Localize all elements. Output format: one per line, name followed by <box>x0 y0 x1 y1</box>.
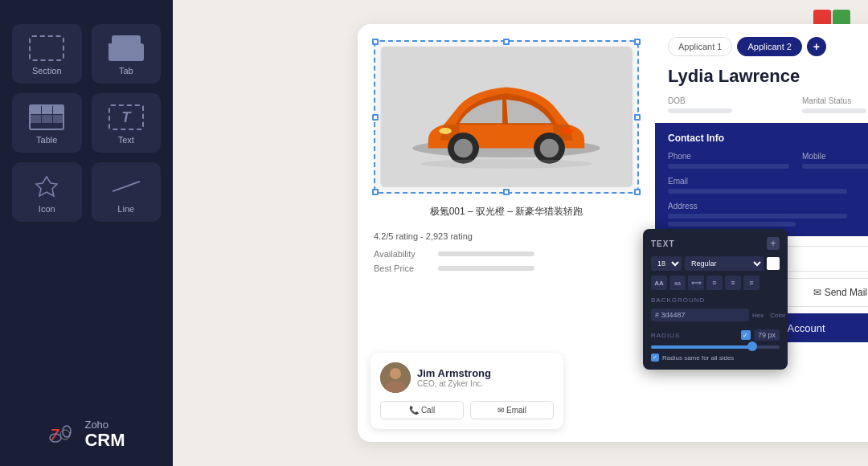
format-align-left-btn[interactable]: ≡ <box>706 276 723 290</box>
logo-text: Zoho CRM <box>84 419 125 450</box>
sidebar-item-section[interactable]: Section <box>12 24 82 84</box>
marital-status-field: Marital Status <box>802 96 868 113</box>
mobile-bar <box>802 164 868 169</box>
contact-name: Jim Armstrong <box>417 367 491 379</box>
format-aa-small-btn[interactable]: aa <box>669 276 686 290</box>
radius-same-checkbox[interactable]: ✓ <box>651 354 659 362</box>
sidebar-item-tab[interactable]: Tab <box>92 24 162 84</box>
sidebar-item-line[interactable]: Line <box>92 162 162 222</box>
email-full-label: Email <box>668 177 868 186</box>
radius-checkbox-row: ✓ Radius same for all sides <box>651 354 780 362</box>
font-size-select[interactable]: 18 px <box>651 256 682 271</box>
bg-section-label: BACKGROUND <box>651 296 780 304</box>
color-swatch[interactable] <box>767 257 780 270</box>
applicant-tabs: Applicant 1 Applicant 2 + <box>655 24 868 63</box>
phone-icon: 📞 <box>409 406 419 415</box>
marital-status-label: Marital Status <box>802 96 868 105</box>
call-button[interactable]: 📞 Call <box>380 401 464 419</box>
format-align-center-btn[interactable]: ≡ <box>725 276 741 290</box>
font-style-select[interactable]: Regular Bold Italic <box>685 256 764 271</box>
color-label: Color <box>770 312 785 319</box>
mobile-field: Mobile <box>802 152 868 169</box>
bg-hex-input[interactable] <box>651 309 749 321</box>
handle-tc[interactable] <box>503 39 510 45</box>
radius-slider-fill <box>651 345 752 349</box>
contact-card: Jim Armstrong CEO, at Zyker Inc. 📞 Call … <box>371 353 563 429</box>
sidebar-item-label: Text <box>118 135 134 145</box>
contact-fields-grid: Phone Mobile <box>668 152 868 169</box>
contact-info: Jim Armstrong CEO, at Zyker Inc. <box>417 367 491 388</box>
sidebar-item-label: Icon <box>39 204 55 214</box>
availability-bar <box>438 251 534 256</box>
svg-point-11 <box>420 159 592 169</box>
add-icon: + <box>770 238 776 249</box>
availability-label: Availability <box>374 249 438 259</box>
sidebar-item-label: Tab <box>119 66 133 76</box>
applicant-tab-2[interactable]: Applicant 2 <box>737 37 801 56</box>
svg-point-9 <box>439 128 452 134</box>
image-selection-box[interactable] <box>374 40 639 194</box>
svg-point-15 <box>391 369 400 378</box>
format-strikethrough-btn[interactable]: ⟺ <box>688 276 704 290</box>
crm-label: CRM <box>84 431 125 450</box>
sidebar-item-table[interactable]: Table <box>12 93 82 153</box>
handle-bl[interactable] <box>372 189 379 195</box>
font-size-row: 18 px Regular Bold Italic <box>651 256 780 271</box>
car-image <box>380 47 633 187</box>
radius-row: RADIUS ✓ 79 px <box>651 329 780 341</box>
mobile-label: Mobile <box>802 152 868 161</box>
popup-header: TEXT + <box>651 237 780 250</box>
dob-field: DOB <box>668 96 789 113</box>
rating-text: 4.2/5 rating - 2,923 rating <box>374 231 639 241</box>
table-icon <box>29 104 64 130</box>
handle-tr[interactable] <box>634 39 641 45</box>
radius-checkbox-checked[interactable]: ✓ <box>741 330 751 340</box>
format-row: AA aa ⟺ ≡ ≡ ≡ <box>651 276 780 290</box>
radius-slider-track[interactable] <box>651 345 780 349</box>
email-button[interactable]: ✉ Email <box>470 401 554 419</box>
sidebar-logo: Zoho CRM <box>47 419 125 450</box>
best-price-bar <box>438 266 534 271</box>
zoho-label: Zoho <box>84 419 125 431</box>
text-editor-popup: TEXT + 18 px Regular Bold Italic AA aa <box>643 229 788 370</box>
email-full-field: Email <box>668 177 868 194</box>
sidebar-item-icon[interactable]: Icon <box>12 162 82 222</box>
applicant-tab-1[interactable]: Applicant 1 <box>668 37 732 56</box>
address-label: Address <box>668 202 868 211</box>
call-label: Call <box>421 406 435 415</box>
best-price-label: Best Price <box>374 264 438 273</box>
email-icon: ✉ <box>497 406 504 415</box>
svg-marker-0 <box>36 177 57 196</box>
bg-row: Hex Color <box>651 307 780 323</box>
handle-bc[interactable] <box>503 189 510 195</box>
format-align-right-btn[interactable]: ≡ <box>743 276 760 290</box>
address-full-field: Address <box>668 202 868 227</box>
format-aa-btn[interactable]: AA <box>651 276 667 290</box>
radius-label: RADIUS <box>651 332 680 339</box>
contact-actions: 📞 Call ✉ Email <box>380 401 554 419</box>
icon-icon <box>29 174 64 199</box>
dob-bar <box>668 108 732 113</box>
contact-title: CEO, at Zyker Inc. <box>417 379 491 388</box>
sidebar: Section Tab Table T Text <box>0 0 173 466</box>
zoho-crm-icon <box>47 420 76 449</box>
handle-mr[interactable] <box>634 114 641 121</box>
handle-br[interactable] <box>634 189 641 195</box>
address-bar-2 <box>668 222 796 227</box>
add-tab-button[interactable]: + <box>807 37 826 56</box>
avatar <box>380 362 411 393</box>
sidebar-item-label: Section <box>32 66 62 76</box>
popup-add-button[interactable]: + <box>767 237 780 250</box>
dob-label: DOB <box>668 96 789 105</box>
sidebar-item-text[interactable]: T Text <box>92 93 162 153</box>
radius-slider-thumb[interactable] <box>747 341 757 351</box>
handle-ml[interactable] <box>372 114 379 121</box>
svg-point-8 <box>540 139 559 157</box>
content-card: 极氪001 – 驭光橙 – 新豪华猎装轿跑 4.2/5 rating - 2,9… <box>358 24 868 442</box>
tab-icon <box>108 35 144 61</box>
main-area: ZOHO <box>173 0 868 466</box>
sidebar-grid: Section Tab Table T Text <box>12 24 161 222</box>
phone-label: Phone <box>668 152 789 161</box>
text-icon: T <box>108 104 144 130</box>
handle-tl[interactable] <box>372 39 379 45</box>
